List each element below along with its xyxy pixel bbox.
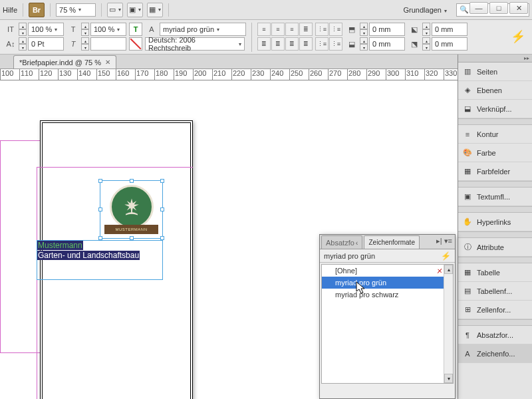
vscale-field[interactable]: 100 % [90,23,126,36]
panel-item-tablefmt[interactable]: ▤Tabellenf... [458,282,532,301]
quick-apply-icon[interactable]: ⚡ [441,251,451,261]
zoom-level-dropdown[interactable]: 75 % [56,3,96,17]
inset-top-field[interactable]: 0 mm [369,23,405,36]
panel-collapse-icon[interactable]: ▸| [436,237,442,245]
justify-last-left-button[interactable]: ≣ [299,23,313,36]
language-dropdown[interactable]: Deutsch: 2006 Rechtschreib [145,37,245,51]
baseline-stepper[interactable]: ▴▾ [19,37,27,51]
vlist-button-1[interactable]: ⋮≡ [315,23,329,36]
screen-mode-button[interactable]: ▣ [127,3,143,17]
justify-last-center-button[interactable]: ≣ [257,37,271,51]
panel-item-color[interactable]: 🎨Farbe [458,144,532,162]
inset-right-field[interactable]: 0 mm [432,37,467,51]
panel-item-attr[interactable]: ⓘAttribute [458,238,532,257]
inset-left-icon: ⬕ [408,23,421,36]
vlist-button-3[interactable]: ⋮≡ [315,37,329,51]
maximize-button[interactable]: □ [489,2,508,14]
text-frame[interactable]: Mustermann Garten- und Landschaftsbau [37,240,163,280]
ruler-tick: 330 [444,69,457,80]
panel-item-para[interactable]: ¶Absatzfor... [458,326,532,344]
clear-override-icon[interactable]: ✕̸ [437,267,442,275]
vlist-button-2[interactable]: ⋮≡ [329,23,342,36]
baseline-field[interactable]: 0 Pt [28,37,64,51]
justify-last-right-button[interactable]: ≣ [271,37,285,51]
panel-item-swatches[interactable]: ▦Farbfelder [458,162,532,181]
ruler-tick: 200 [193,69,206,80]
char-color-fill[interactable]: T [129,23,142,36]
ruler-tick: 140 [77,69,90,80]
scrollbar[interactable]: ▴ ▾ [444,265,453,383]
quick-apply-icon[interactable]: ⚡ [511,29,525,44]
inset-right-stepper[interactable]: ▴▾ [422,37,430,51]
style-list-item[interactable]: myriad pro grün [322,277,453,289]
workspace-switcher[interactable]: Grundlagen [398,6,453,14]
arrange-docs-button[interactable]: ▦ [147,3,163,17]
character-styles-panel[interactable]: Absatzfo‹ Zeichenformate ▸|▾≡ myriad pro… [319,234,456,399]
char-icon: A [462,348,473,359]
inset-left-stepper[interactable]: ▴▾ [422,23,430,36]
inset-left-field[interactable]: 0 mm [432,23,467,36]
scroll-down-icon[interactable]: ▾ [444,374,453,383]
attr-icon: ⓘ [462,242,473,253]
tab-paragraph-styles[interactable]: Absatzfo‹ [321,235,362,249]
panel-item-stroke[interactable]: ≡Kontur [458,125,532,144]
char-style-dropdown[interactable]: myriad pro grün [160,23,246,36]
bridge-button[interactable]: Br [29,3,45,17]
style-list-item[interactable]: myriad pro schwarz [322,289,453,301]
hscale-stepper[interactable]: ▴▾ [19,23,27,36]
panel-label: Textumfl... [477,193,510,201]
skew-icon: T [66,37,80,51]
panel-item-layers[interactable]: ◈Ebenen [458,81,532,100]
document-tab[interactable]: *Briefpapier.indd @ 75 % ✕ [13,55,116,68]
document-tabbar: *Briefpapier.indd @ 75 % ✕ [0,55,532,69]
style-list-item[interactable]: [Ohne]✕̸ [322,265,453,277]
panel-item-char[interactable]: AZeichenfo... [458,344,532,363]
vscale-stepper[interactable]: ▴▾ [81,23,89,36]
panel-label: Zellenfor... [477,306,511,314]
document-tab-label: *Briefpapier.indd @ 75 % [19,59,101,66]
stroke-icon: ≡ [462,129,473,140]
skew-field[interactable] [90,37,126,51]
ruler-tick: 260 [309,69,322,80]
table-icon: ▦ [462,267,473,278]
panel-menu-icon[interactable]: ▾≡ [444,237,452,245]
control-panel: IT ▴▾ 100 % A↕ ▴▾ 0 Pt T ▴▾ 100 % T ▴▾ T… [0,20,532,55]
align-center-button[interactable]: ≡ [271,23,285,36]
panel-item-links[interactable]: ⬓Verknüpf... [458,100,532,118]
align-spine-button[interactable]: ≣ [299,37,313,51]
swatches-icon: ▦ [462,166,473,177]
minimize-button[interactable]: — [469,2,488,14]
links-icon: ⬓ [462,104,473,114]
horizontal-ruler: 1001101201301401501601701801902002102202… [0,69,532,80]
char-color-stroke[interactable] [129,37,142,51]
align-right-button[interactable]: ≡ [285,23,299,36]
hscale-field[interactable]: 100 % [28,23,64,36]
skew-stepper[interactable]: ▴▾ [81,37,89,51]
panel-item-cellfmt[interactable]: ⊞Zellenfor... [458,301,532,319]
textline-tagline: Garten- und Landschaftsbau [37,251,140,260]
panel-item-pages[interactable]: ▥Seiten [458,63,532,81]
justify-all-button[interactable]: ≣ [285,37,299,51]
panel-item-table[interactable]: ▦Tabelle [458,263,532,282]
ruler-tick: 210 [212,69,225,80]
application-menubar: Hilfe Br 75 % ▭ ▣ ▦ Grundlagen 🔍 — □ ✕ [0,0,532,20]
dock-collapse-bar[interactable]: ▸▸ [458,55,532,63]
panel-label: Ebenen [477,86,502,94]
baseline-shift-icon: A↕ [4,37,17,51]
inset-bottom-field[interactable]: 0 mm [369,37,405,51]
close-button[interactable]: ✕ [509,2,528,14]
inset-bottom-stepper[interactable]: ▴▾ [360,37,368,51]
panel-item-wrap[interactable]: ▣Textumfl... [458,188,532,206]
inset-top-stepper[interactable]: ▴▾ [360,23,368,36]
help-menu[interactable]: Hilfe [3,6,17,14]
scroll-up-icon[interactable]: ▴ [444,265,453,274]
tab-character-styles[interactable]: Zeichenformate [364,235,419,249]
view-options-button[interactable]: ▭ [107,3,123,17]
align-left-button[interactable]: ≡ [257,23,271,36]
inset-bottom-icon: ⬓ [345,37,358,51]
panel-item-hyper[interactable]: ✋Hyperlinks [458,213,532,231]
vlist-button-4[interactable]: ⋮≡ [329,37,342,51]
logo-image-frame[interactable]: MUSTERMANN [100,180,163,239]
tab-close-icon[interactable]: ✕ [105,59,110,66]
horizontal-scale-icon: IT [4,23,17,36]
